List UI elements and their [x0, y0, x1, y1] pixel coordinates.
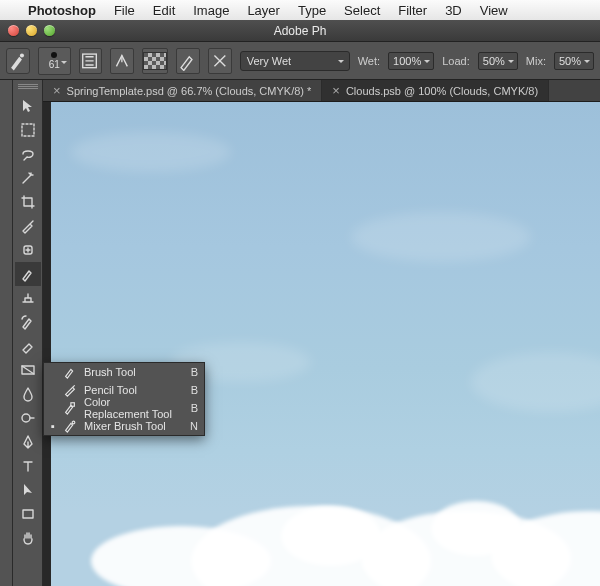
- menu-view[interactable]: View: [480, 3, 508, 18]
- brush-size-value: 61: [49, 59, 60, 70]
- svg-point-5: [22, 414, 30, 422]
- menu-type[interactable]: Type: [298, 3, 326, 18]
- flyout-item-color-replacement[interactable]: Color Replacement Tool B: [44, 399, 204, 417]
- toolbox: [13, 80, 43, 586]
- brush-panel-icon: [80, 50, 102, 72]
- brush-panel-toggle[interactable]: [79, 48, 103, 74]
- hand-tool[interactable]: [15, 526, 41, 550]
- menu-file[interactable]: File: [114, 3, 135, 18]
- eyedropper-tool[interactable]: [15, 214, 41, 238]
- flyout-item-mixer-brush[interactable]: ▪ Mixer Brush Tool N: [44, 417, 204, 435]
- type-tool[interactable]: [15, 454, 41, 478]
- tab-clouds[interactable]: × Clouds.psb @ 100% (Clouds, CMYK/8): [322, 80, 549, 101]
- mixer-brush-icon: [7, 50, 29, 72]
- mixer-brush-icon: [62, 418, 78, 434]
- sky-image: [51, 102, 600, 586]
- clean-brush-icon: [177, 50, 199, 72]
- blur-tool[interactable]: [15, 382, 41, 406]
- clean-brush-button[interactable]: [176, 48, 200, 74]
- pen-tool[interactable]: [15, 430, 41, 454]
- cross-brush-icon: [209, 50, 231, 72]
- load-brush-icon: [111, 50, 133, 72]
- load-input[interactable]: 50%: [478, 52, 518, 70]
- current-color-swatch[interactable]: [142, 48, 168, 74]
- menu-filter[interactable]: Filter: [398, 3, 427, 18]
- selected-mark: ▪: [50, 420, 56, 432]
- load-after-stroke-button[interactable]: [208, 48, 232, 74]
- rectangle-tool[interactable]: [15, 502, 41, 526]
- traffic-lights: [8, 25, 55, 36]
- svg-rect-6: [23, 510, 33, 518]
- flyout-label: Brush Tool: [84, 366, 178, 378]
- brush-preset-picker[interactable]: 61: [38, 47, 71, 75]
- brush-tool-flyout: Brush Tool B Pencil Tool B Color Replace…: [43, 362, 205, 436]
- svg-point-0: [20, 53, 24, 57]
- gradient-tool[interactable]: [15, 358, 41, 382]
- app-menu[interactable]: Photoshop: [28, 3, 96, 18]
- workspace: × SpringTemplate.psd @ 66.7% (Clouds, CM…: [0, 80, 600, 586]
- window-title: Adobe Ph: [274, 24, 327, 38]
- tab-springtemplate[interactable]: × SpringTemplate.psd @ 66.7% (Clouds, CM…: [43, 80, 322, 101]
- brush-dot-icon: [51, 52, 57, 58]
- brush-icon: [62, 364, 78, 380]
- window-titlebar: Adobe Ph: [0, 20, 600, 42]
- svg-rect-7: [71, 403, 75, 407]
- zoom-window-button[interactable]: [44, 25, 55, 36]
- color-replacement-icon: [62, 400, 78, 416]
- menu-edit[interactable]: Edit: [153, 3, 175, 18]
- crop-tool[interactable]: [15, 190, 41, 214]
- menu-3d[interactable]: 3D: [445, 3, 462, 18]
- document-area: × SpringTemplate.psd @ 66.7% (Clouds, CM…: [43, 80, 600, 586]
- canvas[interactable]: [51, 102, 600, 586]
- healing-brush-tool[interactable]: [15, 238, 41, 262]
- marquee-tool[interactable]: [15, 118, 41, 142]
- menu-layer[interactable]: Layer: [247, 3, 280, 18]
- close-window-button[interactable]: [8, 25, 19, 36]
- tab-label: Clouds.psb @ 100% (Clouds, CMYK/8): [346, 85, 538, 97]
- history-brush-tool[interactable]: [15, 310, 41, 334]
- tool-preset-picker[interactable]: [6, 48, 30, 74]
- tab-label: SpringTemplate.psd @ 66.7% (Clouds, CMYK…: [67, 85, 312, 97]
- path-selection-tool[interactable]: [15, 478, 41, 502]
- mix-label: Mix:: [526, 55, 546, 67]
- wet-label: Wet:: [358, 55, 380, 67]
- left-strip: [0, 80, 13, 586]
- close-icon[interactable]: ×: [53, 83, 61, 98]
- menu-image[interactable]: Image: [193, 3, 229, 18]
- wet-input[interactable]: 100%: [388, 52, 434, 70]
- dodge-tool[interactable]: [15, 406, 41, 430]
- document-tabs: × SpringTemplate.psd @ 66.7% (Clouds, CM…: [43, 80, 600, 102]
- clone-stamp-tool[interactable]: [15, 286, 41, 310]
- load-brush-button[interactable]: [110, 48, 134, 74]
- svg-rect-2: [22, 124, 34, 136]
- mac-menu-bar: Photoshop File Edit Image Layer Type Sel…: [0, 0, 600, 20]
- load-label: Load:: [442, 55, 470, 67]
- mix-input[interactable]: 50%: [554, 52, 594, 70]
- preset-value: Very Wet: [247, 55, 291, 67]
- move-tool[interactable]: [15, 94, 41, 118]
- svg-point-8: [72, 421, 75, 424]
- pencil-icon: [62, 382, 78, 398]
- minimize-window-button[interactable]: [26, 25, 37, 36]
- panel-grip[interactable]: [18, 84, 38, 90]
- close-icon[interactable]: ×: [332, 83, 340, 98]
- lasso-tool[interactable]: [15, 142, 41, 166]
- wet-preset-select[interactable]: Very Wet: [240, 51, 350, 71]
- checker-swatch-icon: [143, 52, 167, 70]
- flyout-item-brush[interactable]: Brush Tool B: [44, 363, 204, 381]
- flyout-shortcut: B: [184, 366, 198, 378]
- eraser-tool[interactable]: [15, 334, 41, 358]
- brush-tool-group[interactable]: [15, 262, 41, 286]
- options-bar: 61 Very Wet Wet: 100% Load: 50% Mix: 50%: [0, 42, 600, 80]
- magic-wand-tool[interactable]: [15, 166, 41, 190]
- menu-select[interactable]: Select: [344, 3, 380, 18]
